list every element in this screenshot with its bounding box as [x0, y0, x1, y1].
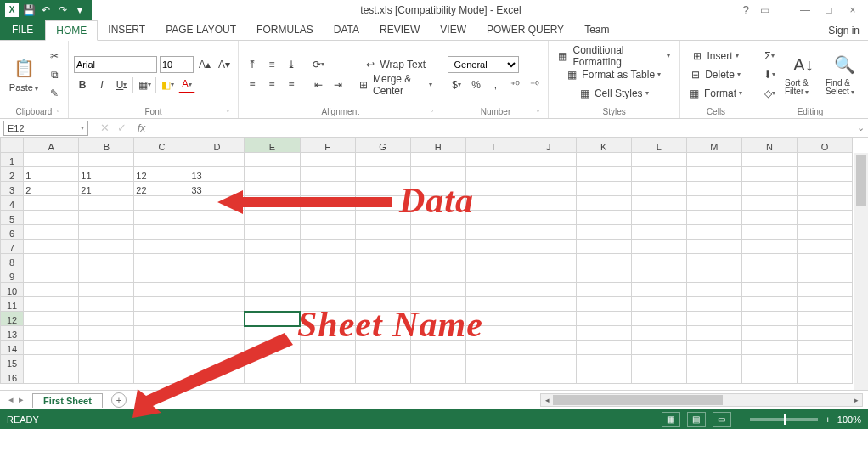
cell-M11[interactable]: [686, 297, 741, 312]
cell-F16[interactable]: [300, 369, 355, 384]
cell-N8[interactable]: [741, 254, 797, 268]
cell-A14[interactable]: [24, 341, 79, 355]
cell-F15[interactable]: [300, 355, 355, 369]
cell-E7[interactable]: [245, 240, 300, 254]
column-header-G[interactable]: G: [355, 138, 410, 153]
cell-C10[interactable]: [134, 283, 189, 297]
conditional-formatting-button[interactable]: ▦ Conditional Formatting: [554, 48, 674, 65]
cell-H7[interactable]: [410, 240, 465, 254]
cell-C11[interactable]: [134, 297, 189, 312]
column-header-O[interactable]: O: [797, 138, 852, 153]
cell-C3[interactable]: 22: [134, 182, 189, 196]
cell-N2[interactable]: [741, 167, 797, 182]
column-header-F[interactable]: F: [300, 138, 355, 153]
cell-G12[interactable]: [355, 312, 410, 326]
cell-F3[interactable]: [300, 182, 355, 196]
cell-M7[interactable]: [686, 240, 741, 254]
view-page-break-button[interactable]: ▭: [713, 412, 731, 427]
cell-D8[interactable]: [189, 254, 245, 268]
cell-H4[interactable]: [410, 196, 465, 211]
cell-K14[interactable]: [576, 341, 631, 355]
cell-I4[interactable]: [465, 196, 521, 211]
cell-I2[interactable]: [465, 167, 521, 182]
cell-F9[interactable]: [300, 268, 355, 283]
merge-center-button[interactable]: ⊞ Merge & Center: [355, 76, 437, 93]
save-icon[interactable]: 💾: [22, 3, 36, 17]
cell-A8[interactable]: [24, 254, 79, 268]
cell-H13[interactable]: [410, 326, 465, 341]
cell-C6[interactable]: [134, 225, 189, 240]
cell-D7[interactable]: [189, 240, 245, 254]
cell-D10[interactable]: [189, 283, 245, 297]
cell-L6[interactable]: [631, 225, 686, 240]
tab-formulas[interactable]: FORMULAS: [246, 20, 324, 40]
cell-G3[interactable]: [355, 182, 410, 196]
cell-B12[interactable]: [79, 312, 134, 326]
cell-I3[interactable]: [465, 182, 521, 196]
cell-O10[interactable]: [797, 283, 852, 297]
font-name-combo[interactable]: [74, 56, 157, 73]
italic-button[interactable]: I: [93, 76, 110, 93]
cell-B1[interactable]: [79, 153, 134, 167]
zoom-out-button[interactable]: −: [738, 414, 743, 425]
cell-K3[interactable]: [576, 182, 631, 196]
cell-H6[interactable]: [410, 225, 465, 240]
cell-A6[interactable]: [24, 225, 79, 240]
align-right-button[interactable]: ≡: [283, 76, 300, 93]
cell-L11[interactable]: [631, 297, 686, 312]
cell-K8[interactable]: [576, 254, 631, 268]
cell-E13[interactable]: [245, 326, 300, 341]
cell-K5[interactable]: [576, 211, 631, 225]
cell-D2[interactable]: 13: [189, 167, 245, 182]
tab-review[interactable]: REVIEW: [369, 20, 430, 40]
cell-N5[interactable]: [741, 211, 797, 225]
column-header-A[interactable]: A: [24, 138, 79, 153]
cell-O3[interactable]: [797, 182, 852, 196]
increase-indent-button[interactable]: ⇥: [330, 76, 347, 93]
cell-C14[interactable]: [134, 341, 189, 355]
cell-L12[interactable]: [631, 312, 686, 326]
cell-K1[interactable]: [576, 153, 631, 167]
cell-M1[interactable]: [686, 153, 741, 167]
cell-B14[interactable]: [79, 341, 134, 355]
cell-B15[interactable]: [79, 355, 134, 369]
row-header-12[interactable]: 12: [1, 312, 24, 326]
column-header-L[interactable]: L: [631, 138, 686, 153]
find-select-button[interactable]: 🔍 Find & Select: [826, 43, 863, 105]
clear-button[interactable]: ◇: [758, 85, 781, 102]
cell-E2[interactable]: [245, 167, 300, 182]
cell-M5[interactable]: [686, 211, 741, 225]
insert-cells-button[interactable]: ⊞ Insert: [685, 48, 747, 65]
cell-G11[interactable]: [355, 297, 410, 312]
cell-N9[interactable]: [741, 268, 797, 283]
cell-H12[interactable]: [410, 312, 465, 326]
font-color-button[interactable]: A: [178, 76, 195, 93]
cell-I8[interactable]: [465, 254, 521, 268]
cell-O8[interactable]: [797, 254, 852, 268]
cell-K4[interactable]: [576, 196, 631, 211]
cell-J12[interactable]: [521, 312, 576, 326]
row-header-2[interactable]: 2: [1, 167, 24, 182]
cell-B13[interactable]: [79, 326, 134, 341]
hscroll-left[interactable]: ◂: [541, 394, 553, 406]
cell-G4[interactable]: [355, 196, 410, 211]
cell-B10[interactable]: [79, 283, 134, 297]
row-header-5[interactable]: 5: [1, 211, 24, 225]
fill-button[interactable]: ⬇: [758, 66, 781, 83]
cell-E3[interactable]: [245, 182, 300, 196]
cell-A10[interactable]: [24, 283, 79, 297]
cell-M16[interactable]: [686, 369, 741, 384]
cell-D13[interactable]: [189, 326, 245, 341]
cell-J5[interactable]: [521, 211, 576, 225]
cell-O15[interactable]: [797, 355, 852, 369]
row-header-13[interactable]: 13: [1, 326, 24, 341]
spreadsheet-grid[interactable]: ABCDEFGHIJKLMNO1211112133221223345678910…: [0, 138, 868, 391]
copy-button[interactable]: ⧉: [46, 66, 63, 83]
cell-F6[interactable]: [300, 225, 355, 240]
column-header-H[interactable]: H: [410, 138, 465, 153]
cell-B2[interactable]: 11: [79, 167, 134, 182]
row-header-16[interactable]: 16: [1, 369, 24, 384]
minimize-button[interactable]: —: [797, 4, 814, 16]
cell-F5[interactable]: [300, 211, 355, 225]
cell-L16[interactable]: [631, 369, 686, 384]
